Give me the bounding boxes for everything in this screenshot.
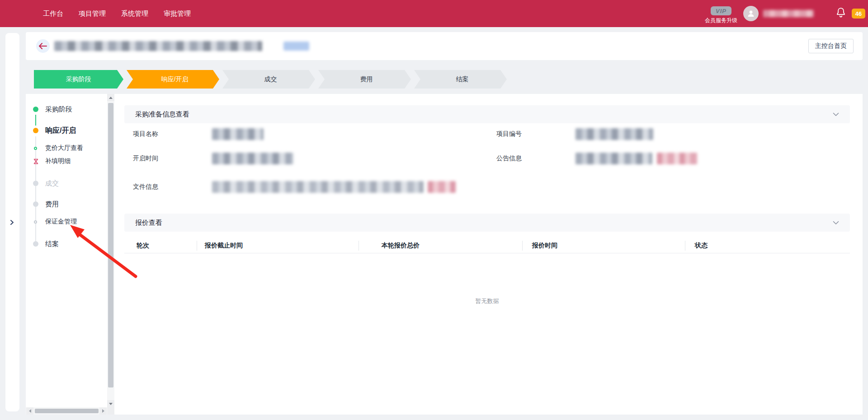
file-link-redacted[interactable] [428,181,456,193]
field-label-announcement-info: 公告信息 [496,154,522,163]
column-separator [359,241,359,251]
sidebar-item-deal[interactable]: 成交 [26,177,107,189]
column-separator [522,241,523,251]
green-ring-icon [34,147,37,150]
file-info-value-redacted [212,181,424,193]
project-title-redacted [54,41,262,51]
top-navbar: 工作台 项目管理 系统管理 审批管理 VIP 会员服务升级 46 [0,0,868,27]
sidebar-item-label: 补填明细 [45,157,71,165]
sidebar-vertical-scrollbar[interactable] [107,94,114,407]
step-procurement-phase[interactable]: 采购阶段 [34,70,123,89]
menu-item-project-management[interactable]: 项目管理 [79,9,106,18]
sidebar-item-response-open[interactable]: 响应/开启 [26,125,107,136]
quote-panel-title: 报价查看 [135,219,162,227]
sidebar-item-label: 采购阶段 [45,105,72,114]
back-arrow-icon [39,43,47,49]
phase-sidebar: 采购阶段 响应/开启 竞价大厅查看 补填明细 成交 费用 保证金管理 [26,94,114,415]
username-redacted[interactable] [763,10,814,17]
sidebar-item-label: 保证金管理 [45,218,77,226]
vertical-scroll-thumb[interactable] [108,103,113,387]
column-header-status: 状态 [695,238,708,253]
step-fees[interactable]: 费用 [318,70,411,89]
prep-info-panel-title: 采购准备信息查看 [135,110,189,119]
main-panels: 采购准备信息查看 项目名称 项目编号 开启时间 公告信息 文件信息 报价查看 轮… [124,94,850,415]
green-dot-icon [33,107,38,112]
step-response-open[interactable]: 响应/开启 [127,70,219,89]
open-time-value-redacted [212,153,293,164]
chevron-down-icon[interactable] [833,221,839,225]
column-header-round: 轮次 [137,238,149,253]
hourglass-icon [33,159,39,164]
menu-item-workbench[interactable]: 工作台 [43,9,63,18]
gray-dot-icon [33,201,38,207]
step-closing[interactable]: 结案 [414,70,507,89]
project-status-tag-redacted [283,42,309,51]
sidebar-item-label: 成交 [45,179,59,188]
sidebar-item-fill-details[interactable]: 补填明细 [26,157,107,166]
expand-panel-chevron-icon[interactable] [10,219,14,227]
scroll-down-button[interactable] [107,400,114,407]
scrollbar-corner [107,407,114,415]
sidebar-item-procurement-phase[interactable]: 采购阶段 [26,103,107,115]
scroll-left-button[interactable] [26,407,33,415]
sidebar-item-closing[interactable]: 结案 [26,238,107,250]
field-label-project-number: 项目编号 [496,130,522,138]
quote-panel-header[interactable]: 报价查看 [124,214,850,232]
orange-dot-icon [33,128,38,133]
column-header-quote-time: 报价时间 [532,238,557,253]
column-header-quote-deadline: 报价截止时间 [205,238,243,253]
prep-info-panel-header[interactable]: 采购准备信息查看 [124,105,850,123]
gray-dot-icon [33,241,38,247]
content-area: 采购阶段 响应/开启 竞价大厅查看 补填明细 成交 费用 保证金管理 [26,94,863,415]
sidebar-item-fees[interactable]: 费用 [26,198,107,210]
menu-item-system-management[interactable]: 系统管理 [121,9,148,18]
horizontal-scroll-thumb[interactable] [35,409,99,413]
field-label-open-time: 开启时间 [133,154,158,163]
sidebar-item-deposit-management[interactable]: 保证金管理 [26,217,107,226]
table-header-border [124,253,850,253]
vip-icon: VIP [711,6,731,15]
scroll-up-button[interactable] [107,94,114,101]
scroll-right-button[interactable] [99,407,107,415]
timeline-connector-done [35,115,36,126]
user-avatar[interactable] [743,6,759,21]
collapsed-panel-strip [5,33,19,411]
process-steps-bar: 采购阶段 响应/开启 成交 费用 结案 [34,70,507,89]
field-label-project-name: 项目名称 [133,130,158,138]
column-header-round-total-price: 本轮报价总价 [382,238,420,253]
sidebar-item-label: 响应/开启 [45,126,76,135]
chevron-down-icon[interactable] [833,112,839,117]
announcement-value-redacted [576,153,652,164]
project-number-value-redacted [576,128,653,140]
console-home-button[interactable]: 主控台首页 [808,39,854,53]
gray-ring-icon [34,220,37,224]
main-menu: 工作台 项目管理 系统管理 审批管理 [0,9,191,18]
sidebar-item-label: 竞价大厅查看 [45,144,83,152]
menu-item-approval-management[interactable]: 审批管理 [164,9,191,18]
project-name-value-redacted [212,128,264,140]
empty-state-text: 暂无数据 [124,297,850,305]
vip-upgrade[interactable]: VIP 会员服务升级 [703,6,739,24]
person-icon [746,9,755,18]
field-label-file-info: 文件信息 [133,183,158,191]
vip-caption: 会员服务升级 [705,17,737,24]
column-separator [197,241,197,251]
sidebar-item-label: 结案 [45,240,59,248]
sidebar-item-bidding-hall-view[interactable]: 竞价大厅查看 [26,144,107,153]
step-deal[interactable]: 成交 [222,70,315,89]
back-button[interactable] [36,39,50,53]
announcement-link-redacted[interactable] [657,153,698,164]
page-header: 主控台首页 [26,32,863,60]
notification-count-badge[interactable]: 46 [852,9,865,19]
sidebar-item-label: 费用 [45,200,59,209]
gray-dot-icon [33,181,38,186]
notification-bell-icon[interactable] [835,7,846,20]
column-separator [685,241,685,251]
sidebar-horizontal-scrollbar[interactable] [26,407,107,415]
